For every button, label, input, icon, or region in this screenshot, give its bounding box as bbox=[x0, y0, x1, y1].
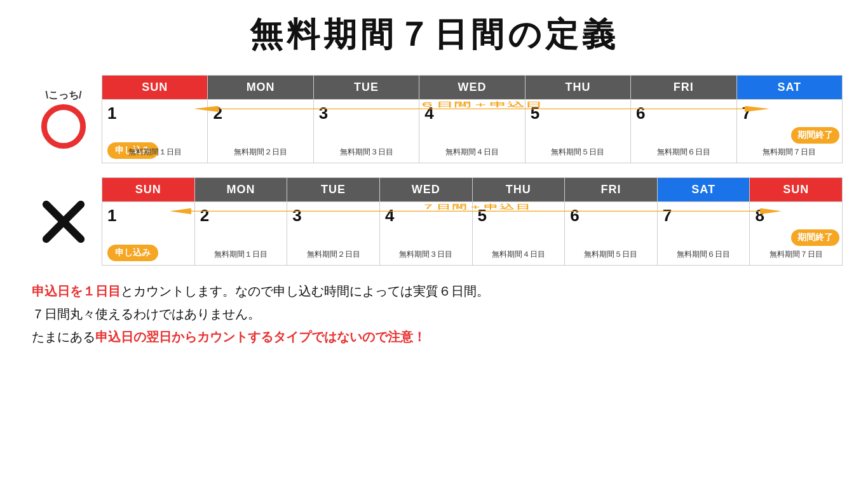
header-sat: SAT bbox=[736, 76, 842, 100]
day2-num-1: 1 bbox=[107, 206, 189, 226]
footer-text: 申込日を１日目とカウントします。なので申し込む時間によっては実質６日間。 ７日間… bbox=[25, 280, 843, 348]
day2-num-6: 6 bbox=[570, 206, 652, 226]
cal-cell-4: 4 無料期間４日目 bbox=[419, 100, 525, 163]
day-num-4: 4 bbox=[424, 104, 519, 123]
calendar-row: 1 申し込み 無料期間１日目 2 無料期間２日目 3 無料期間３日目 bbox=[102, 100, 843, 163]
day2-num-8: 8 bbox=[755, 206, 837, 226]
cal-cell-3: 3 無料期間３日目 bbox=[313, 100, 419, 163]
svg-point-0 bbox=[44, 107, 83, 146]
cal-cell-5: 5 無料期間５日目 bbox=[525, 100, 630, 163]
header2-thu: THU bbox=[472, 178, 565, 202]
correct-icon-area: \こっち/ bbox=[25, 89, 102, 149]
day2-num-4: 4 bbox=[385, 206, 467, 226]
day2-label-2: 無料期間２日目 bbox=[290, 249, 377, 260]
end-badge-1: 期間終了 bbox=[791, 127, 839, 144]
cross-icon bbox=[42, 200, 85, 243]
day2-label-1: 無料期間１日目 bbox=[198, 249, 285, 260]
cal2-cell-4: 4 無料期間３日目 bbox=[379, 202, 472, 266]
day2-num-5: 5 bbox=[478, 206, 560, 226]
day-label-4: 無料期間４日目 bbox=[422, 147, 522, 158]
day-num-5: 5 bbox=[531, 104, 625, 123]
wrong-icon-area bbox=[25, 200, 102, 243]
calendar-table-correct: SUN MON TUE WED THU FRI SAT 1 申し込み 無料期間１… bbox=[102, 75, 843, 163]
header2-fri: FRI bbox=[565, 178, 658, 202]
day-label-1: 無料期間１日目 bbox=[105, 147, 205, 158]
day-num-2: 2 bbox=[213, 104, 308, 123]
cal2-cell-2: 2 無料期間１日目 bbox=[194, 202, 287, 266]
day-num-7: 7 bbox=[742, 104, 837, 123]
header2-sat: SAT bbox=[657, 178, 750, 202]
kocchi-label: \こっち/ bbox=[46, 89, 82, 102]
end-badge-2: 期間終了 bbox=[791, 229, 839, 246]
cal-cell-6: 6 無料期間６日目 bbox=[631, 100, 736, 163]
header-thu: THU bbox=[525, 76, 630, 100]
day-label-7: 無料期間７日目 bbox=[740, 147, 839, 158]
day-label-5: 無料期間５日目 bbox=[528, 147, 628, 158]
calendar-table-wrong: SUN MON TUE WED THU FRI SAT SUN 1 申し込み bbox=[102, 177, 843, 266]
cal2-cell-8: 8 期間終了 無料期間７日目 bbox=[750, 202, 843, 266]
section-wrong: SUN MON TUE WED THU FRI SAT SUN 1 申し込み bbox=[25, 177, 843, 266]
header-sun: SUN bbox=[102, 76, 208, 100]
calendar-header-row: SUN MON TUE WED THU FRI SAT bbox=[102, 76, 843, 100]
day-label-6: 無料期間６日目 bbox=[634, 147, 733, 158]
day2-label-5: 無料期間５日目 bbox=[567, 249, 654, 260]
calendar-header-row-2: SUN MON TUE WED THU FRI SAT SUN bbox=[102, 178, 843, 202]
header2-sun: SUN bbox=[102, 178, 195, 202]
day2-label-4: 無料期間４日目 bbox=[475, 249, 562, 260]
cal2-cell-5: 5 無料期間４日目 bbox=[472, 202, 565, 266]
header-mon: MON bbox=[208, 76, 313, 100]
day-num-3: 3 bbox=[319, 104, 414, 123]
cal-cell-7: 7 期間終了 無料期間７日目 bbox=[736, 100, 842, 163]
circle-icon bbox=[41, 104, 86, 149]
header-wed: WED bbox=[419, 76, 525, 100]
header2-wed: WED bbox=[379, 178, 472, 202]
day2-label-3: 無料期間３日目 bbox=[383, 249, 470, 260]
footer-line-2: ７日間丸々使えるわけではありません。 bbox=[32, 302, 836, 325]
header-fri: FRI bbox=[631, 76, 736, 100]
footer-line1-rest: とカウントします。なので申し込む時間によっては実質６日間。 bbox=[121, 284, 489, 298]
cal2-cell-6: 6 無料期間５日目 bbox=[565, 202, 658, 266]
footer-line-3: たまにある申込日の翌日からカウントするタイプではないので注意！ bbox=[32, 325, 836, 348]
day-num-6: 6 bbox=[636, 104, 731, 123]
cal2-cell-1: 1 申し込み bbox=[102, 202, 195, 266]
day-label-3: 無料期間３日目 bbox=[316, 147, 416, 158]
footer-line-1: 申込日を１日目とカウントします。なので申し込む時間によっては実質６日間。 bbox=[32, 280, 836, 302]
footer-line1-red: 申込日を１日目 bbox=[32, 284, 121, 298]
footer-line3-prefix: たまにある bbox=[32, 330, 95, 344]
header-tue: TUE bbox=[313, 76, 419, 100]
day2-num-7: 7 bbox=[663, 206, 745, 226]
day2-num-3: 3 bbox=[292, 206, 374, 226]
cal-cell-1: 1 申し込み 無料期間１日目 bbox=[102, 100, 208, 163]
signup-badge-2: 申し込み bbox=[107, 245, 158, 261]
day-label-2: 無料期間２日目 bbox=[210, 147, 310, 158]
header2-tue: TUE bbox=[287, 178, 380, 202]
day2-label-7: 無料期間７日目 bbox=[752, 249, 839, 260]
day2-num-2: 2 bbox=[200, 206, 282, 226]
calendar-wrong: SUN MON TUE WED THU FRI SAT SUN 1 申し込み bbox=[102, 177, 843, 266]
cal2-cell-7: 7 無料期間６日目 bbox=[657, 202, 750, 266]
header2-sun2: SUN bbox=[750, 178, 843, 202]
footer-line3-red: 申込日の翌日からカウントするタイプではないので注意！ bbox=[95, 330, 426, 344]
cal-cell-2: 2 無料期間２日目 bbox=[208, 100, 313, 163]
cal2-cell-3: 3 無料期間２日目 bbox=[287, 202, 380, 266]
calendar-correct: SUN MON TUE WED THU FRI SAT 1 申し込み 無料期間１… bbox=[102, 75, 843, 163]
section-correct: \こっち/ SUN MON TUE WED THU FRI SAT bbox=[25, 75, 843, 163]
calendar-row-2: 1 申し込み 2 無料期間１日目 3 無料期間２日目 4 bbox=[102, 202, 843, 266]
day2-label-6: 無料期間６日目 bbox=[660, 249, 747, 260]
page-title: 無料期間７日間の定義 bbox=[25, 13, 843, 57]
header2-mon: MON bbox=[194, 178, 287, 202]
day-num-1: 1 bbox=[107, 104, 202, 123]
